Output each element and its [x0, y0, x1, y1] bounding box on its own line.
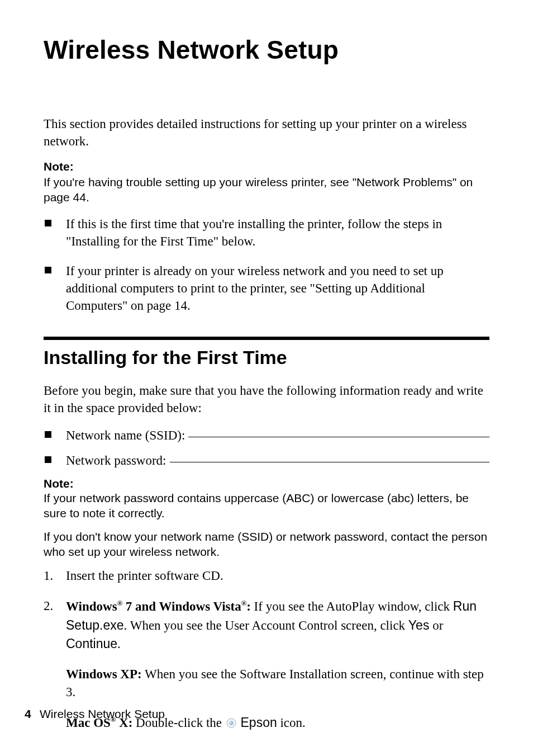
- page-title: Wireless Network Setup: [44, 35, 489, 65]
- text: . When you see the User Account Control …: [124, 618, 408, 632]
- info-fields: Network name (SSID): Network password:: [44, 427, 489, 469]
- svg-point-2: [230, 722, 231, 723]
- xp-label: Windows XP:: [66, 667, 142, 681]
- continue-label: Continue: [66, 636, 117, 651]
- password-blank-line: [170, 462, 490, 462]
- text: ) or lowercase (: [310, 492, 391, 504]
- note-body: If your network password contains upperc…: [44, 490, 489, 521]
- section-divider: [44, 337, 489, 340]
- svg-point-1: [229, 721, 234, 725]
- step-text: Insert the printer software CD.: [66, 569, 223, 583]
- epson-icon: [226, 718, 236, 728]
- ssid-blank-line: [188, 437, 489, 437]
- page-number: 4: [25, 707, 31, 720]
- note-label: Note:: [44, 477, 489, 490]
- text: icon.: [277, 716, 306, 730]
- epson-label: Epson: [241, 715, 277, 730]
- note-label: Note:: [44, 160, 489, 173]
- list-item: If this is the first time that you're in…: [44, 215, 489, 250]
- password-field: Network password:: [44, 452, 489, 469]
- text: .: [117, 637, 121, 651]
- note-body: If you don't know your network name (SSI…: [44, 529, 489, 560]
- intro-bullets: If this is the first time that you're in…: [44, 215, 489, 314]
- note-body: If you're having trouble setting up your…: [44, 174, 489, 205]
- step-2-xp: Windows XP: When you see the Software In…: [66, 665, 489, 701]
- text: If you see the AutoPlay window, click: [251, 599, 453, 613]
- abc-upper: ABC: [286, 492, 310, 504]
- list-item: If your printer is already on your wirel…: [44, 262, 489, 314]
- intro-paragraph: This section provides detailed instructi…: [44, 115, 489, 150]
- before-begin: Before you begin, make sure that you hav…: [44, 382, 489, 417]
- step-1: Insert the printer software CD.: [44, 567, 489, 585]
- ssid-label: Network name (SSID):: [66, 427, 185, 444]
- section-heading: Installing for the First Time: [44, 347, 489, 368]
- page: Wireless Network Setup This section prov…: [0, 0, 533, 756]
- chapter-name: Wireless Network Setup: [40, 707, 165, 720]
- password-label: Network password:: [66, 452, 166, 469]
- win7-label: :: [246, 599, 251, 613]
- text: or: [429, 618, 443, 632]
- page-footer: 4 Wireless Network Setup: [25, 707, 165, 721]
- ssid-field: Network name (SSID):: [44, 427, 489, 444]
- text: If your network password contains upperc…: [44, 492, 286, 504]
- yes-label: Yes: [408, 618, 430, 632]
- win7-label: Windows: [66, 599, 117, 613]
- abc-lower: abc: [391, 492, 410, 504]
- win7-label: 7 and Windows Vista: [122, 599, 241, 613]
